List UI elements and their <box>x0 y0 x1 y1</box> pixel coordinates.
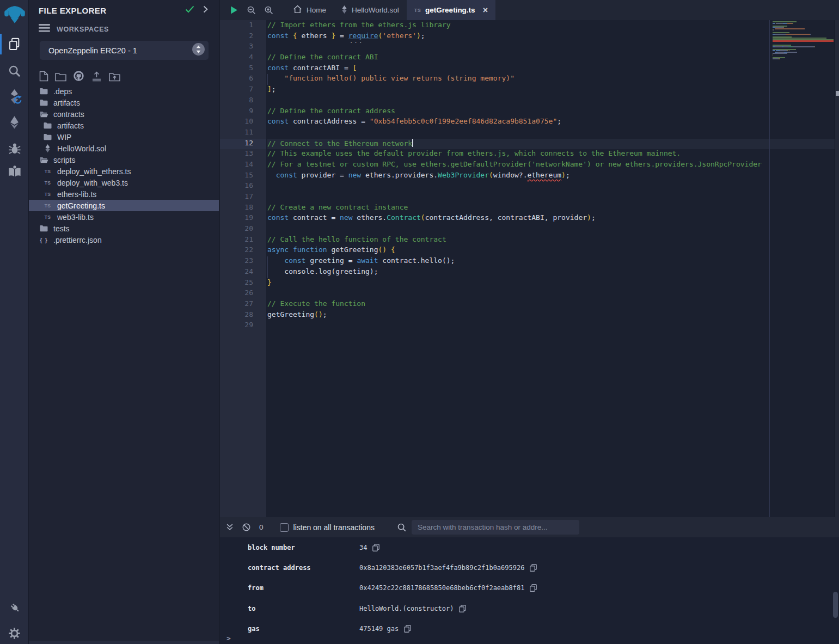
line-number-3[interactable]: 3 <box>220 42 266 53</box>
code-line-16[interactable] <box>267 181 835 192</box>
plugin-manager-icon[interactable] <box>0 600 29 615</box>
panel-expand-chevron-icon[interactable] <box>203 5 208 15</box>
copy-icon[interactable] <box>530 564 537 572</box>
line-number-14[interactable]: 14 <box>220 160 266 171</box>
terminal-scrollbar-thumb[interactable] <box>833 592 838 618</box>
line-number-16[interactable]: 16 <box>220 181 266 192</box>
tree-item-tests[interactable]: tests <box>29 223 219 234</box>
tree-item--deps[interactable]: .deps <box>29 85 219 97</box>
line-number-10[interactable]: 10 <box>220 117 266 128</box>
minimap[interactable] <box>773 21 835 61</box>
line-number-4[interactable]: 4 <box>220 53 266 64</box>
tab-getgreeting-ts[interactable]: TS getGreeting.ts × <box>407 0 495 20</box>
line-number-7[interactable]: 7 <box>220 85 266 96</box>
code-line-23[interactable]: const greeting = await contract.hello(); <box>267 256 835 267</box>
code-line-15[interactable]: const provider = new ethers.providers.We… <box>267 171 835 182</box>
terminal-collapse-icon[interactable] <box>226 524 234 531</box>
line-number-22[interactable]: 22 <box>220 246 266 256</box>
code-line-20[interactable] <box>267 224 835 235</box>
code-line-13[interactable]: // This example uses the default provide… <box>267 149 835 160</box>
tab-home[interactable]: Home <box>285 0 334 20</box>
line-number-18[interactable]: 18 <box>220 203 266 214</box>
line-number-26[interactable]: 26 <box>220 289 266 299</box>
line-number-25[interactable]: 25 <box>220 278 266 289</box>
line-number-29[interactable]: 29 <box>220 321 266 332</box>
code-line-7[interactable]: ]; <box>267 85 835 96</box>
debugger-icon[interactable] <box>0 142 29 156</box>
settings-gear-icon[interactable] <box>0 627 29 640</box>
solidity-compiler-icon[interactable] <box>0 88 29 106</box>
code-line-28[interactable]: getGreeting(); <box>267 310 835 321</box>
code-line-27[interactable]: // Execute the function <box>267 299 835 310</box>
copy-icon[interactable] <box>372 544 379 551</box>
tree-item-getgreeting-ts[interactable]: TSgetGreeting.ts <box>29 200 219 211</box>
code-line-22[interactable]: async function getGreeting() { <box>267 246 835 256</box>
code-line-29[interactable] <box>267 321 835 332</box>
tree-item-wip[interactable]: WIP <box>29 131 219 143</box>
line-number-20[interactable]: 20 <box>220 224 266 235</box>
code-line-26[interactable] <box>267 289 835 299</box>
line-number-13[interactable]: 13 <box>220 149 266 160</box>
tree-item-deploy-with-web3-ts[interactable]: TSdeploy_with_web3.ts <box>29 177 219 188</box>
line-number-24[interactable]: 24 <box>220 267 266 278</box>
line-number-6[interactable]: 6 <box>220 74 266 85</box>
panel-resize-handle[interactable] <box>29 641 219 644</box>
line-number-28[interactable]: 28 <box>220 310 266 321</box>
code-line-2[interactable]: const { ethers } = require('ethers'); <box>267 32 835 42</box>
code-line-24[interactable]: console.log(greeting); <box>267 267 835 278</box>
tree-item-scripts[interactable]: scripts <box>29 154 219 165</box>
code-line-8[interactable] <box>267 96 835 107</box>
zoom-out-icon[interactable] <box>247 6 256 15</box>
run-script-button[interactable] <box>229 5 238 15</box>
learneth-icon[interactable] <box>0 165 29 178</box>
copy-icon[interactable] <box>404 625 411 633</box>
copy-icon[interactable] <box>530 584 537 592</box>
code-line-21[interactable]: // Call the hello function of the contra… <box>267 235 835 246</box>
line-number-9[interactable]: 9 <box>220 107 266 118</box>
code-line-17[interactable] <box>267 192 835 203</box>
line-number-17[interactable]: 17 <box>220 192 266 203</box>
remix-logo[interactable] <box>0 3 29 26</box>
code-line-5[interactable]: const contractABI = [ <box>267 64 835 75</box>
zoom-in-icon[interactable] <box>265 6 273 15</box>
accept-check-icon[interactable] <box>185 5 194 15</box>
close-tab-icon[interactable]: × <box>483 6 488 15</box>
clone-github-icon[interactable] <box>73 70 84 82</box>
tree-item-contracts[interactable]: contracts <box>29 108 219 120</box>
line-number-23[interactable]: 23 <box>220 256 266 267</box>
line-number-19[interactable]: 19 <box>220 213 266 224</box>
upload-file-icon[interactable] <box>91 71 102 82</box>
tree-item-deploy-with-ethers-ts[interactable]: TSdeploy_with_ethers.ts <box>29 165 219 177</box>
code-line-10[interactable]: const contractAddress = "0xb54febb5c0c0f… <box>267 117 835 128</box>
search-icon[interactable] <box>0 64 29 78</box>
code-line-25[interactable]: } <box>267 278 835 289</box>
code-line-11[interactable] <box>267 128 835 139</box>
new-file-icon[interactable] <box>39 71 48 82</box>
code-line-4[interactable]: // Define the contract ABI <box>267 53 835 64</box>
code-line-19[interactable]: const contract = new ethers.Contract(con… <box>267 213 835 224</box>
tab-helloworld-sol[interactable]: HelloWorld.sol <box>334 0 407 20</box>
code-editor[interactable]: 1234567891011121314151617181920212223242… <box>220 20 839 517</box>
editor-scrollbar-thumb[interactable] <box>836 91 839 96</box>
workspaces-menu-icon[interactable] <box>39 24 50 34</box>
tree-item-artifacts[interactable]: artifacts <box>29 97 219 108</box>
code-line-14[interactable]: // For a testnet or custom RPC, use ethe… <box>267 160 835 171</box>
code-line-1[interactable]: // Import ethers from the ethers.js libr… <box>267 21 835 32</box>
deploy-run-icon[interactable] <box>0 115 29 129</box>
tree-item-web3-lib-ts[interactable]: TSweb3-lib.ts <box>29 211 219 223</box>
terminal-search-input[interactable] <box>412 520 579 535</box>
code-line-9[interactable]: // Define the contract address <box>267 107 835 118</box>
new-folder-icon[interactable] <box>55 72 66 82</box>
line-number-27[interactable]: 27 <box>220 299 266 310</box>
terminal-clear-icon[interactable] <box>242 523 250 531</box>
listen-all-transactions-checkbox[interactable] <box>280 523 289 532</box>
code-line-6[interactable]: "function hello() public view returns (s… <box>267 74 835 85</box>
line-number-21[interactable]: 21 <box>220 235 266 246</box>
line-number-12[interactable]: 12 <box>220 139 266 150</box>
terminal-prompt[interactable]: > <box>226 634 231 642</box>
line-number-11[interactable]: 11 <box>220 128 266 139</box>
tree-item-artifacts[interactable]: artifacts <box>29 120 219 131</box>
line-number-5[interactable]: 5 <box>220 64 266 75</box>
workspace-dropdown[interactable]: OpenZeppelin ERC20 - 1 <box>40 41 209 60</box>
tree-item-ethers-lib-ts[interactable]: TSethers-lib.ts <box>29 188 219 200</box>
